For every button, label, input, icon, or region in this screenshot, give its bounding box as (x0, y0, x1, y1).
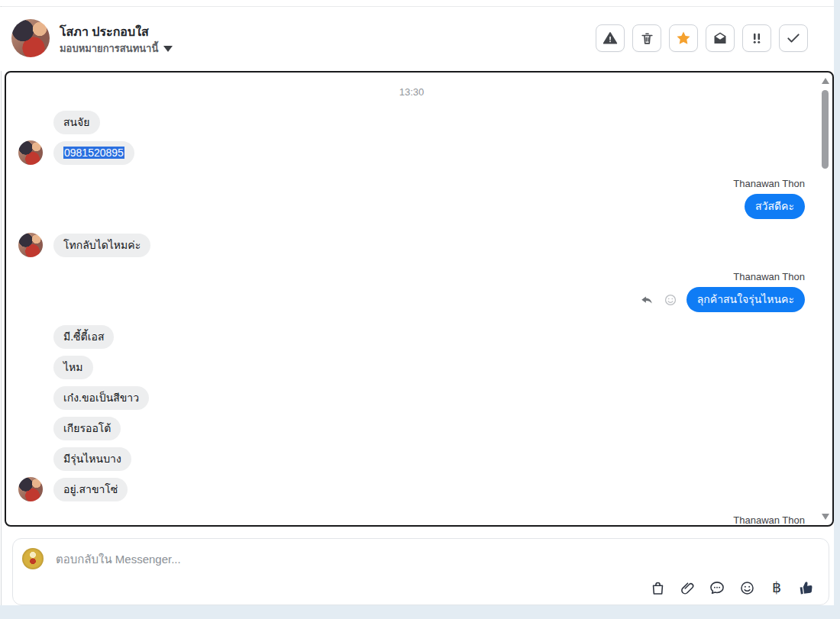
scroll-down-arrow-icon[interactable] (822, 514, 829, 520)
contact-name: โสภา ประกอบใส (60, 22, 149, 41)
sender-name: Thanawan Thon (733, 271, 805, 282)
paperclip-icon[interactable] (679, 579, 696, 596)
scroll-up-arrow-icon[interactable] (822, 78, 829, 84)
delete-button[interactable] (632, 24, 661, 52)
baht-symbol: ฿ (772, 579, 781, 596)
shopping-bag-icon[interactable] (649, 579, 666, 596)
mark-unread-button[interactable] (706, 24, 735, 52)
report-button[interactable] (596, 24, 625, 52)
left-edge-line (1, 6, 2, 605)
incoming-message-row: อยู่.สาขาโซ่ (18, 477, 805, 501)
emoji-icon[interactable] (738, 579, 755, 596)
add-reaction-icon[interactable] (664, 293, 677, 307)
reply-input[interactable] (56, 553, 590, 566)
incoming-message-row: เกียรออโต้ (18, 416, 805, 440)
assign-conversation-label: มอบหมายการสนทนานี้ (60, 40, 158, 56)
chat-scroll-area[interactable]: 13:30 สนจัย0981520895Thanawan Thonสวัสดี… (5, 71, 834, 527)
outgoing-message-bubble[interactable]: ลุกค้าสนใจรุ่นไหนคะ (687, 287, 805, 312)
selected-text: 0981520895 (63, 147, 124, 159)
contact-avatar[interactable] (11, 19, 50, 57)
like-icon[interactable] (798, 579, 815, 596)
outgoing-message-header: Thanawan Thon (18, 178, 805, 189)
contact-avatar (18, 233, 43, 257)
contact-avatar (18, 140, 43, 165)
trash-icon (640, 31, 654, 46)
outgoing-message-header: Thanawan Thon (18, 271, 805, 282)
timestamp: 13:30 (18, 86, 805, 98)
sender-name: Thanawan Thon (733, 178, 805, 189)
page-avatar (22, 548, 44, 569)
incoming-message-row: มีรุ่นไหนบาง (18, 447, 805, 471)
envelope-icon (712, 31, 728, 46)
contact-avatar (18, 477, 43, 501)
mark-done-button[interactable] (779, 24, 808, 52)
star-icon (675, 30, 692, 47)
outgoing-message-row: สวัสดีคะ (18, 194, 805, 219)
incoming-message-bubble[interactable]: สนจัย (53, 111, 100, 134)
incoming-message-bubble[interactable]: มี.ซี้ตี้เอส (53, 325, 114, 349)
sender-name: Thanawan Thon (733, 514, 805, 525)
incoming-message-row: โทกลับไดไหมค่ะ (18, 233, 805, 257)
assign-conversation-dropdown[interactable]: มอบหมายการสนทนานี้ (60, 40, 173, 56)
avatar-spacer (18, 385, 43, 410)
incoming-message-row: เก๋ง.ขอเป็นสีขาว (18, 385, 805, 410)
warning-triangle-icon (603, 31, 618, 46)
avatar-spacer (18, 416, 43, 440)
reply-composer: ฿ (12, 538, 829, 605)
messenger-inbox-window: โสภา ประกอบใส มอบหมายการสนทนานี้ 13:30 ส… (0, 0, 840, 619)
star-button[interactable] (669, 24, 698, 52)
double-exclamation-icon (750, 31, 764, 45)
incoming-message-row: 0981520895 (18, 140, 805, 165)
incoming-message-bubble[interactable]: โทกลับไดไหมค่ะ (53, 234, 150, 257)
incoming-message-row: มี.ซี้ตี้เอส (18, 324, 805, 349)
message-list: 13:30 สนจัย0981520895Thanawan Thonสวัสดี… (6, 73, 819, 525)
composer-icons: ฿ (649, 579, 815, 596)
outgoing-message-header: Thanawan Thon (18, 514, 805, 525)
mark-spam-button[interactable] (742, 24, 771, 52)
avatar-spacer (18, 355, 43, 379)
scrollbar-thumb[interactable] (822, 90, 829, 169)
incoming-message-bubble[interactable]: อยู่.สาขาโซ่ (53, 478, 128, 501)
avatar-spacer (18, 110, 43, 134)
scrollbar[interactable] (820, 74, 831, 524)
reply-icon[interactable] (640, 293, 654, 307)
avatar-spacer (18, 324, 43, 349)
incoming-message-bubble[interactable]: เกียรออโต้ (53, 417, 121, 440)
check-icon (786, 31, 801, 46)
incoming-message-bubble[interactable]: เก๋ง.ขอเป็นสีขาว (53, 386, 149, 410)
incoming-message-bubble[interactable]: ไหม (53, 356, 93, 379)
incoming-message-bubble[interactable]: 0981520895 (53, 141, 134, 165)
saved-replies-icon[interactable] (709, 579, 725, 596)
baht-icon[interactable]: ฿ (768, 579, 785, 596)
conversation-header: โสภา ประกอบใส มอบหมายการสนทนานี้ (0, 7, 834, 71)
incoming-message-row: สนจัย (18, 110, 805, 134)
chevron-down-icon (163, 46, 173, 52)
outgoing-message-bubble[interactable]: สวัสดีคะ (745, 194, 805, 219)
avatar-spacer (18, 447, 43, 471)
outgoing-message-row: ลุกค้าสนใจรุ่นไหนคะ (18, 287, 805, 312)
header-actions (596, 24, 808, 52)
message-hover-actions (640, 293, 677, 307)
incoming-message-row: ไหม (18, 355, 805, 379)
incoming-message-bubble[interactable]: มีรุ่นไหนบาง (53, 447, 131, 471)
